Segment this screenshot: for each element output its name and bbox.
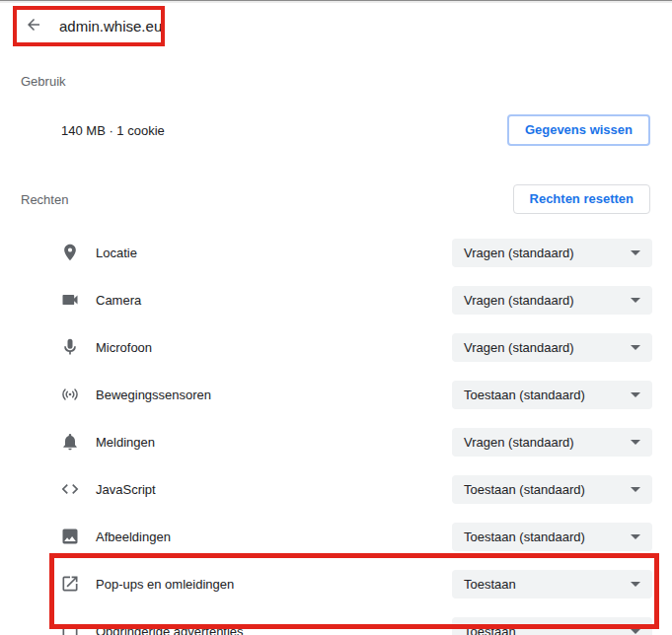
- dropdown-locatie[interactable]: Vragen (standaard): [452, 239, 652, 267]
- permission-label: Microfoon: [96, 340, 152, 355]
- chevron-down-icon: [631, 345, 640, 350]
- chevron-down-icon: [631, 629, 640, 634]
- usage-section-label: Gebruik: [21, 74, 672, 89]
- bell-icon: [60, 432, 80, 452]
- dropdown-value: Vragen (standaard): [464, 435, 574, 450]
- camera-icon: [60, 290, 80, 310]
- dropdown-javascript[interactable]: Toestaan (standaard): [452, 475, 652, 504]
- site-settings-header: admin.whise.eu: [0, 4, 672, 47]
- permission-row-locatie: Locatie Vragen (standaard): [0, 229, 672, 276]
- dropdown-camera[interactable]: Vragen (standaard): [452, 286, 652, 315]
- permission-row-advertenties: Opdringerige advertenties Toestaan: [0, 607, 672, 635]
- permission-label: Afbeeldingen: [96, 529, 171, 544]
- permissions-list: Locatie Vragen (standaard) Camera Vragen…: [0, 229, 672, 635]
- dropdown-value: Toestaan (standaard): [464, 482, 585, 497]
- permission-label: Meldingen: [96, 435, 155, 450]
- open-in-new-icon: [60, 574, 80, 594]
- dropdown-meldingen[interactable]: Vragen (standaard): [452, 428, 652, 457]
- permission-row-camera: Camera Vragen (standaard): [0, 276, 672, 323]
- microphone-icon: [60, 337, 80, 357]
- permission-label: Opdringerige advertenties: [96, 624, 244, 635]
- dropdown-value: Vragen (standaard): [464, 246, 574, 260]
- permission-label: Bewegingssensoren: [96, 388, 211, 402]
- permission-label: JavaScript: [96, 482, 156, 497]
- location-pin-icon: [60, 243, 80, 262]
- usage-row: 140 MB · 1 cookie Gegevens wissen: [61, 114, 650, 146]
- permission-label: Locatie: [96, 246, 137, 260]
- permission-row-popups: Pop-ups en omleidingen Toestaan: [0, 560, 672, 607]
- chevron-down-icon: [631, 440, 640, 445]
- back-button[interactable]: [22, 14, 45, 37]
- dropdown-advertenties[interactable]: Toestaan: [452, 617, 652, 635]
- dropdown-value: Toestaan: [464, 577, 516, 592]
- window-icon: [60, 621, 80, 635]
- dropdown-popups[interactable]: Toestaan: [452, 570, 652, 599]
- dropdown-value: Toestaan (standaard): [464, 388, 585, 402]
- dropdown-value: Vragen (standaard): [464, 340, 574, 355]
- permission-row-meldingen: Meldingen Vragen (standaard): [0, 418, 672, 465]
- permission-row-javascript: JavaScript Toestaan (standaard): [0, 465, 672, 513]
- permission-row-microfoon: Microfoon Vragen (standaard): [0, 323, 672, 371]
- dropdown-afbeeldingen[interactable]: Toestaan (standaard): [452, 523, 652, 551]
- permission-row-bewegingssensoren: Bewegingssensoren Toestaan (standaard): [0, 371, 672, 418]
- dropdown-value: Vragen (standaard): [464, 293, 574, 308]
- reset-permissions-button[interactable]: Rechten resetten: [513, 184, 650, 214]
- chevron-down-icon: [631, 298, 640, 303]
- dropdown-bewegingssensoren[interactable]: Toestaan (standaard): [452, 381, 652, 409]
- dropdown-value: Toestaan (standaard): [464, 529, 585, 544]
- chevron-down-icon: [631, 392, 640, 397]
- chevron-down-icon: [631, 582, 640, 587]
- chevron-down-icon: [631, 534, 640, 539]
- motion-sensors-icon: [60, 385, 80, 404]
- clear-data-button[interactable]: Gegevens wissen: [507, 114, 650, 146]
- permission-label: Pop-ups en omleidingen: [96, 577, 234, 592]
- permission-row-afbeeldingen: Afbeeldingen Toestaan (standaard): [0, 513, 672, 560]
- page-title: admin.whise.eu: [59, 18, 162, 35]
- permissions-section-header: Rechten Rechten resetten: [21, 184, 650, 214]
- arrow-left-icon: [25, 16, 42, 36]
- dropdown-value: Toestaan: [464, 624, 516, 635]
- usage-value: 140 MB · 1 cookie: [61, 123, 165, 138]
- code-icon: [60, 479, 80, 499]
- dropdown-microfoon[interactable]: Vragen (standaard): [452, 333, 652, 362]
- chevron-down-icon: [631, 487, 640, 492]
- permission-label: Camera: [96, 293, 141, 308]
- permissions-section-label: Rechten: [21, 192, 68, 207]
- chevron-down-icon: [631, 250, 640, 255]
- image-icon: [60, 527, 80, 546]
